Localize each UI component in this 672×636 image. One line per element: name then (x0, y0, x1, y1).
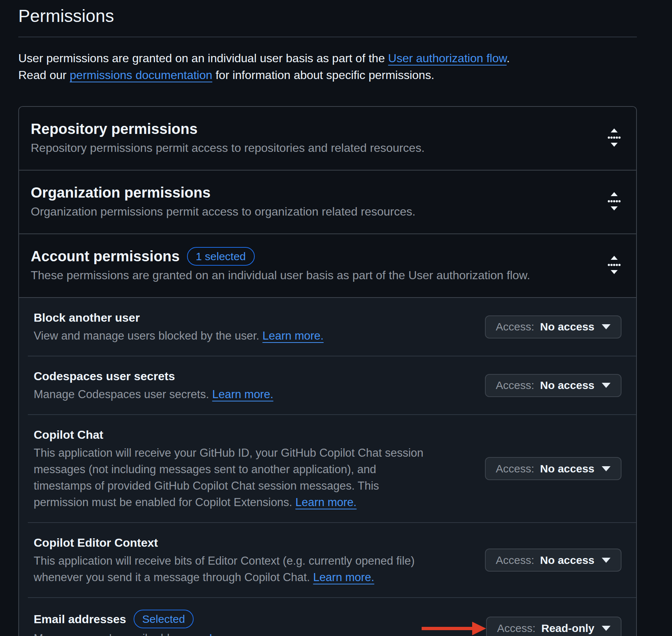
red-arrow-annotation-icon (422, 621, 486, 636)
learn-more-link[interactable]: Learn more. (295, 496, 356, 509)
access-dropdown-block-another-user[interactable]: Access: No access (485, 315, 621, 338)
permission-title: Codespaces user secrets (34, 368, 273, 384)
access-dropdown-copilot-editor-context[interactable]: Access: No access (485, 549, 621, 572)
intro-line2-text: Read our (18, 68, 70, 82)
access-label: Access: (496, 463, 534, 474)
intro-line2-rest: for information about specific permissio… (212, 68, 434, 82)
section-title: Account permissions (31, 247, 180, 266)
page-title: Permissions (18, 6, 637, 26)
permission-row-email-addresses: Email addresses Selected Manage a user's… (28, 597, 636, 636)
access-label: Access: (496, 321, 534, 332)
access-dropdown-email-addresses[interactable]: Access: Read-only (486, 617, 621, 636)
caret-down-icon (602, 383, 611, 388)
user-authorization-flow-link[interactable]: User authorization flow (388, 52, 507, 65)
section-title: Organization permissions (31, 183, 415, 202)
section-account-permissions: Account permissions 1 selected These per… (19, 233, 636, 297)
access-label: Access: (497, 623, 535, 634)
access-label: Access: (496, 380, 534, 391)
permission-description: View and manage users blocked by the use… (34, 329, 262, 342)
permissions-documentation-link[interactable]: permissions documentation (70, 68, 213, 82)
access-value: Read-only (541, 623, 594, 634)
access-dropdown-copilot-chat[interactable]: Access: No access (485, 457, 621, 480)
section-description: Repository permissions permit access to … (31, 140, 425, 156)
intro-paragraph: User permissions are granted on an indiv… (18, 50, 637, 83)
permissions-settings-page: Permissions User permissions are granted… (0, 6, 672, 636)
permission-title: Copilot Chat (34, 427, 429, 443)
section-description: Organization permissions permit access t… (31, 203, 415, 220)
selected-count-badge: 1 selected (187, 247, 255, 266)
access-dropdown-codespaces-user-secrets[interactable]: Access: No access (485, 374, 621, 397)
permission-row-codespaces-user-secrets: Codespaces user secrets Manage Codespace… (28, 356, 636, 414)
permission-row-copilot-chat: Copilot Chat This application will recei… (28, 414, 636, 522)
grabber-icon[interactable] (607, 255, 621, 274)
permission-description: Manage Codespaces user secrets. (34, 388, 212, 401)
access-label: Access: (496, 555, 534, 566)
caret-down-icon (602, 324, 611, 329)
intro-line1-period: . (507, 52, 510, 65)
account-permission-list: Block another user View and manage users… (19, 297, 636, 636)
intro-line1-text: User permissions are granted on an indiv… (18, 52, 388, 65)
section-repository-permissions: Repository permissions Repository permis… (19, 107, 636, 170)
learn-more-link[interactable]: Learn more. (212, 388, 273, 401)
permissions-container: Repository permissions Repository permis… (18, 106, 637, 636)
permission-title: Email addresses (34, 611, 126, 627)
access-value: No access (540, 321, 594, 332)
learn-more-link[interactable]: Learn more. (209, 632, 270, 636)
learn-more-link[interactable]: Learn more. (262, 329, 324, 342)
title-divider (18, 37, 637, 37)
permission-description: Manage a user's email addresses. (34, 632, 209, 636)
permission-row-block-another-user: Block another user View and manage users… (19, 298, 636, 356)
caret-down-icon (602, 558, 611, 563)
permission-row-copilot-editor-context: Copilot Editor Context This application … (28, 522, 636, 597)
access-value: No access (540, 555, 594, 566)
selected-badge: Selected (134, 610, 194, 628)
caret-down-icon (602, 626, 611, 631)
permission-title: Block another user (34, 310, 324, 326)
section-title: Repository permissions (31, 119, 425, 138)
access-value: No access (540, 380, 594, 391)
permission-title: Copilot Editor Context (34, 535, 429, 551)
permission-description: This application will receive your GitHu… (34, 446, 423, 509)
grabber-icon[interactable] (607, 192, 621, 211)
grabber-icon[interactable] (607, 128, 621, 147)
section-description: These permissions are granted on an indi… (31, 267, 530, 283)
learn-more-link[interactable]: Learn more. (313, 571, 374, 584)
caret-down-icon (602, 466, 611, 471)
section-organization-permissions: Organization permissions Organization pe… (19, 170, 636, 233)
access-value: No access (540, 463, 594, 474)
